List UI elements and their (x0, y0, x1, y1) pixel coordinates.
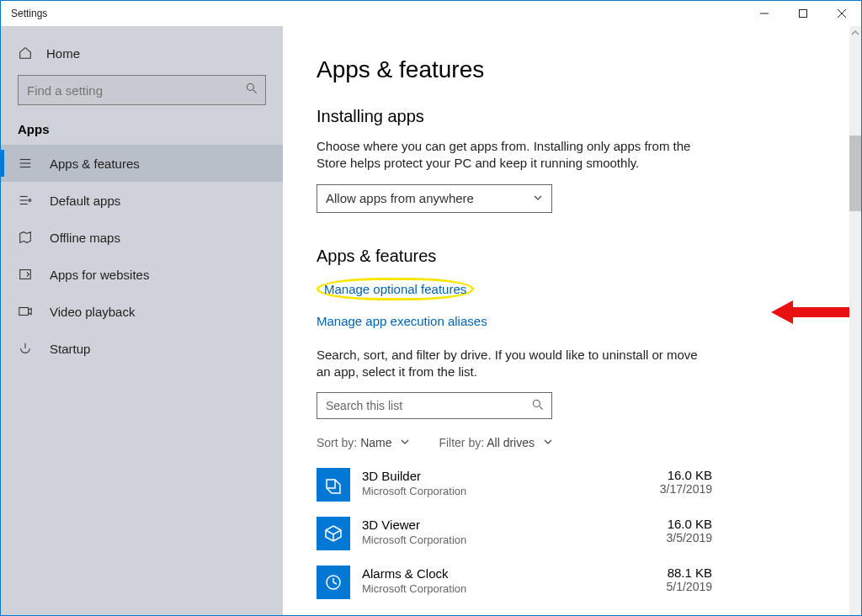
default-apps-icon (18, 193, 33, 208)
app-size: 88.1 KB (667, 566, 713, 580)
scrollbar-thumb[interactable] (849, 135, 861, 211)
app-date: 3/17/2019 (660, 482, 712, 496)
apps-features-icon (18, 156, 33, 171)
home-nav[interactable]: Home (1, 35, 283, 72)
window-title: Settings (11, 8, 47, 19)
app-size: 16.0 KB (660, 468, 712, 482)
vertical-scrollbar[interactable] (849, 26, 861, 615)
nav-label: Startup (50, 342, 90, 356)
startup-icon (18, 341, 33, 356)
app-row[interactable]: 3D Builder Microsoft Corporation 16.0 KB… (317, 468, 712, 502)
app-name: Alarms & Clock (362, 566, 667, 582)
app-size: 16.0 KB (667, 517, 713, 531)
filter-label: Filter by: (439, 436, 484, 449)
nav-label: Default apps (50, 194, 120, 208)
dropdown-value: Allow apps from anywhere (326, 191, 474, 205)
sort-value: Name (360, 436, 391, 449)
page-title: Apps & features (317, 56, 827, 83)
nav-video-playback[interactable]: Video playback (1, 293, 283, 330)
svg-rect-1 (800, 10, 807, 18)
nav-label: Apps for websites (50, 268, 149, 282)
find-setting-input[interactable] (18, 75, 266, 105)
app-icon (317, 468, 350, 502)
section-heading: Apps (1, 117, 283, 145)
home-label: Home (46, 46, 80, 61)
nav-startup[interactable]: Startup (1, 330, 283, 367)
sort-label: Sort by: (317, 436, 357, 449)
app-date: 5/1/2019 (667, 580, 713, 593)
svg-point-4 (247, 83, 253, 90)
svg-line-5 (253, 90, 257, 93)
search-list-input[interactable]: Search this list (317, 392, 552, 419)
list-desc: Search, sort, and filter by drive. If yo… (317, 347, 704, 381)
nav-offline-maps[interactable]: Offline maps (1, 219, 283, 256)
filter-value: All drives (487, 436, 535, 449)
svg-marker-15 (29, 308, 32, 314)
app-date: 3/5/2019 (667, 531, 713, 544)
app-row[interactable]: 3D Viewer Microsoft Corporation 16.0 KB … (317, 517, 712, 550)
home-icon (18, 45, 33, 61)
svg-line-21 (333, 582, 337, 584)
chevron-down-icon (533, 191, 543, 205)
install-source-dropdown[interactable]: Allow apps from anywhere (317, 184, 552, 213)
search-icon (245, 82, 258, 98)
nav-label: Video playback (50, 305, 135, 319)
offline-maps-icon (18, 230, 33, 245)
filter-by-dropdown[interactable]: Filter by: All drives (439, 436, 553, 449)
installing-apps-desc: Choose where you can get apps from. Inst… (317, 138, 704, 173)
search-icon (531, 398, 545, 414)
maximize-button[interactable] (784, 1, 822, 26)
svg-line-18 (540, 406, 543, 409)
installing-apps-heading: Installing apps (317, 107, 827, 126)
app-icon (317, 566, 350, 599)
app-publisher: Microsoft Corporation (362, 534, 667, 546)
scroll-up-icon[interactable] (849, 26, 861, 40)
sort-by-dropdown[interactable]: Sort by: Name (317, 436, 410, 449)
apps-websites-icon (18, 267, 33, 282)
apps-features-heading: Apps & features (317, 247, 827, 266)
chevron-down-icon (543, 436, 553, 449)
svg-point-12 (29, 199, 31, 202)
minimize-button[interactable] (745, 1, 784, 26)
titlebar: Settings (1, 1, 861, 26)
manage-optional-features-link[interactable]: Manage optional features (317, 278, 474, 300)
app-name: 3D Builder (362, 468, 660, 485)
nav-apps-features[interactable]: Apps & features (1, 145, 283, 182)
search-list-placeholder: Search this list (326, 399, 402, 412)
nav-default-apps[interactable]: Default apps (1, 182, 283, 219)
app-row[interactable]: Alarms & Clock Microsoft Corporation 88.… (317, 566, 712, 599)
svg-rect-14 (19, 308, 29, 316)
app-publisher: Microsoft Corporation (362, 485, 660, 497)
find-setting-field[interactable] (27, 83, 238, 98)
nav-label: Offline maps (50, 231, 120, 245)
nav-label: Apps & features (50, 157, 140, 171)
main-content: Apps & features Installing apps Choose w… (283, 26, 861, 615)
app-icon (317, 517, 350, 550)
svg-point-17 (533, 400, 540, 406)
nav-apps-websites[interactable]: Apps for websites (1, 256, 283, 293)
sidebar: Home Apps Apps & features (1, 26, 283, 615)
app-publisher: Microsoft Corporation (362, 582, 667, 595)
app-name: 3D Viewer (362, 517, 667, 534)
manage-execution-aliases-link[interactable]: Manage app execution aliases (317, 314, 487, 328)
chevron-down-icon (400, 436, 410, 449)
close-button[interactable] (822, 1, 861, 26)
video-playback-icon (18, 304, 33, 319)
